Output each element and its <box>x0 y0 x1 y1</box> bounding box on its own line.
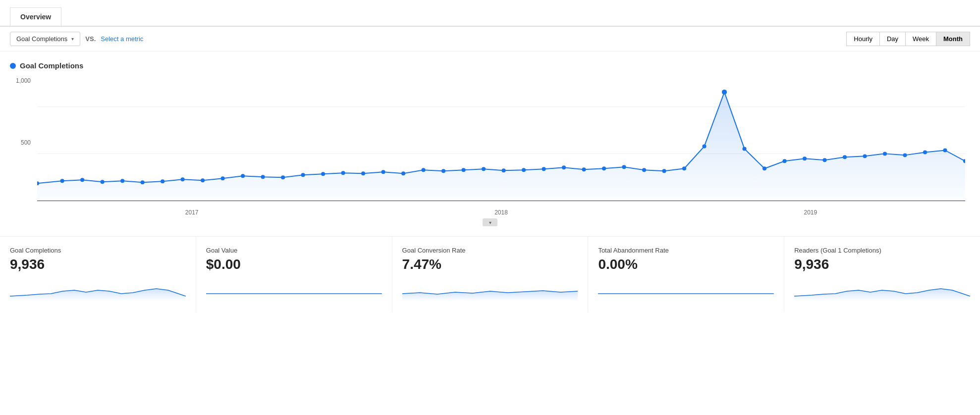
x-label-2017: 2017 <box>185 209 199 216</box>
stat-card-goal-completions: Goal Completions 9,936 <box>0 237 196 312</box>
svg-point-34 <box>682 166 686 170</box>
mini-chart-4 <box>794 276 970 301</box>
svg-point-40 <box>803 156 807 160</box>
svg-point-13 <box>261 175 265 179</box>
svg-point-38 <box>762 166 766 170</box>
stat-card-readers: Readers (Goal 1 Completions) 9,936 <box>784 237 980 312</box>
svg-point-46 <box>923 150 927 154</box>
svg-point-10 <box>201 178 205 182</box>
y-label-500: 500 <box>10 139 35 146</box>
svg-point-30 <box>602 166 606 170</box>
week-button[interactable]: Week <box>905 32 936 46</box>
svg-point-28 <box>562 165 566 169</box>
svg-point-45 <box>903 153 907 157</box>
svg-point-47 <box>943 148 947 152</box>
time-buttons: Hourly Day Week Month <box>847 32 970 46</box>
chart-container: 1,000 500 <box>10 77 970 216</box>
top-bar: Goal Completions ▾ VS. Select a metric H… <box>0 26 980 52</box>
mini-chart-0 <box>10 276 186 301</box>
vs-label: VS. <box>85 35 96 43</box>
metric-dropdown-label: Goal Completions <box>16 35 67 43</box>
stat-value-3: 0.00% <box>598 257 774 272</box>
svg-point-32 <box>642 168 646 172</box>
stat-card-goal-value: Goal Value $0.00 <box>196 237 392 312</box>
overview-tab[interactable]: Overview <box>10 7 61 26</box>
svg-point-42 <box>843 155 847 159</box>
stat-value-1: $0.00 <box>206 257 382 272</box>
chart-section: Goal Completions 1,000 500 <box>0 52 980 226</box>
svg-point-22 <box>441 169 445 173</box>
stat-label-1: Goal Value <box>206 247 382 254</box>
svg-point-17 <box>341 171 345 175</box>
metric-dropdown[interactable]: Goal Completions ▾ <box>10 32 80 46</box>
main-chart-area <box>37 77 965 201</box>
svg-point-7 <box>141 180 145 184</box>
mini-chart-3 <box>598 276 774 301</box>
svg-point-12 <box>241 174 245 178</box>
stat-label-3: Total Abandonment Rate <box>598 247 774 254</box>
svg-point-5 <box>101 180 105 184</box>
svg-point-19 <box>381 170 385 174</box>
stat-card-abandonment-rate: Total Abandonment Rate 0.00% <box>588 237 784 312</box>
main-chart-svg <box>37 77 965 201</box>
legend-dot-icon <box>10 63 16 69</box>
svg-point-43 <box>863 154 867 158</box>
svg-point-44 <box>883 152 887 156</box>
month-button[interactable]: Month <box>936 32 970 46</box>
stat-value-0: 9,936 <box>10 257 186 272</box>
stats-section: Goal Completions 9,936 Goal Value $0.00 … <box>0 236 980 312</box>
stat-label-2: Goal Conversion Rate <box>402 247 578 254</box>
x-label-2019: 2019 <box>804 209 817 216</box>
svg-point-6 <box>120 179 124 183</box>
svg-point-36 <box>722 90 727 95</box>
metric-selector: Goal Completions ▾ VS. Select a metric <box>10 32 143 46</box>
hourly-button[interactable]: Hourly <box>846 32 880 46</box>
svg-point-21 <box>422 168 426 172</box>
svg-point-15 <box>301 173 305 177</box>
svg-point-35 <box>702 144 706 148</box>
svg-point-18 <box>361 171 365 175</box>
dropdown-arrow-icon: ▾ <box>71 36 74 42</box>
select-metric-link[interactable]: Select a metric <box>101 35 143 43</box>
mini-chart-2 <box>402 276 578 301</box>
svg-point-41 <box>822 158 826 162</box>
svg-point-20 <box>401 171 405 175</box>
svg-point-8 <box>161 179 164 183</box>
svg-point-14 <box>281 175 285 179</box>
svg-point-23 <box>462 168 466 172</box>
x-label-2018: 2018 <box>494 209 508 216</box>
y-axis-labels: 1,000 500 <box>10 77 35 216</box>
mini-chart-1 <box>206 276 382 301</box>
chart-legend-label: Goal Completions <box>20 61 83 70</box>
y-label-1000: 1,000 <box>10 77 35 84</box>
stat-value-4: 9,936 <box>794 257 970 272</box>
stat-card-conversion-rate: Goal Conversion Rate 7.47% <box>392 237 589 312</box>
svg-point-37 <box>742 147 746 151</box>
svg-point-25 <box>502 168 506 172</box>
svg-point-31 <box>622 165 626 169</box>
chart-legend: Goal Completions <box>10 61 970 70</box>
svg-point-39 <box>782 159 786 163</box>
stat-label-4: Readers (Goal 1 Completions) <box>794 247 970 254</box>
svg-point-29 <box>582 167 586 171</box>
svg-point-16 <box>321 172 325 176</box>
svg-point-26 <box>522 168 526 172</box>
svg-point-27 <box>542 167 546 171</box>
svg-point-9 <box>181 177 185 181</box>
stat-value-2: 7.47% <box>402 257 578 272</box>
svg-point-4 <box>80 178 84 182</box>
svg-point-24 <box>482 167 486 171</box>
stat-label-0: Goal Completions <box>10 247 186 254</box>
x-axis-labels: 2017 2018 2019 <box>37 209 965 216</box>
svg-point-3 <box>60 179 64 183</box>
svg-point-33 <box>662 169 666 173</box>
scroll-handle[interactable] <box>483 218 497 226</box>
day-button[interactable]: Day <box>879 32 906 46</box>
svg-point-11 <box>221 176 225 180</box>
